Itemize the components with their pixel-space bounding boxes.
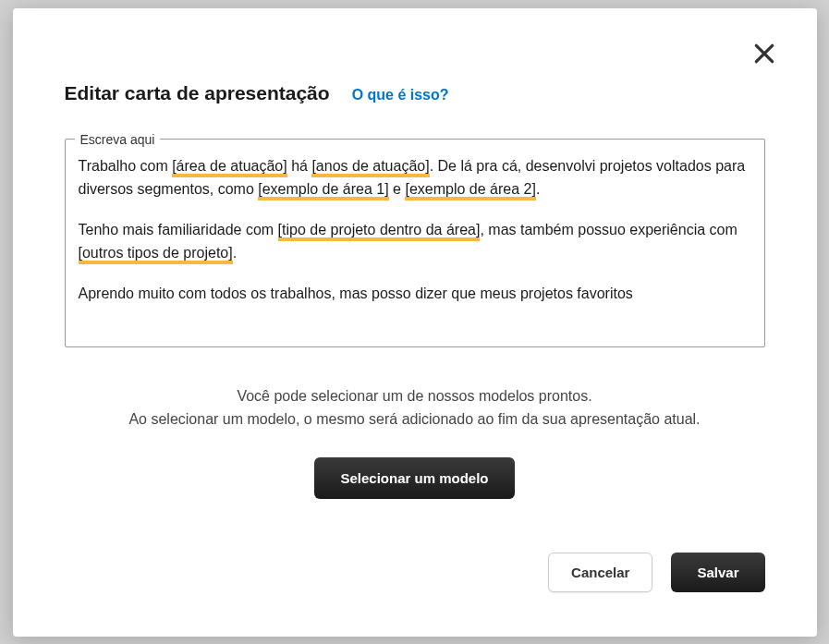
placeholder-highlight: [outros tipos de projeto] <box>79 245 233 264</box>
placeholder-highlight: [tipo de projeto dentro da área] <box>278 222 481 241</box>
text-span: e <box>389 181 406 197</box>
text-span: , mas também possuo experiência com <box>480 222 737 237</box>
help-link[interactable]: O que é isso? <box>352 87 449 103</box>
paragraph-2: Tenho mais familiaridade com [tipo de pr… <box>79 218 748 265</box>
save-button[interactable]: Salvar <box>671 553 764 592</box>
cancel-button[interactable]: Cancelar <box>548 553 652 592</box>
modal-footer: Cancelar Salvar <box>65 553 765 592</box>
paragraph-1: Trabalho com [área de atuação] há [anos … <box>79 154 748 201</box>
textarea-label: Escreva aqui <box>75 132 161 147</box>
text-span: Aprendo muito com todos os trabalhos, ma… <box>79 286 633 301</box>
hint-text: Você pode selecionar um de nossos modelo… <box>65 384 765 431</box>
placeholder-highlight: [exemplo de área 1] <box>258 181 388 200</box>
placeholder-highlight: [área de atuação] <box>172 158 287 177</box>
placeholder-highlight: [anos de atuação] <box>311 158 429 177</box>
modal-header: Editar carta de apresentação O que é iss… <box>65 82 765 104</box>
hint-line-2: Ao selecionar um modelo, o mesmo será ad… <box>65 407 765 431</box>
close-button[interactable] <box>749 38 780 72</box>
cover-letter-textarea[interactable]: Trabalho com [área de atuação] há [anos … <box>66 147 764 346</box>
close-icon <box>752 42 776 66</box>
text-span: . <box>233 245 237 261</box>
text-span: . <box>536 181 540 197</box>
text-span: Trabalho com <box>79 158 173 174</box>
hint-line-1: Você pode selecionar um de nossos modelo… <box>65 384 765 408</box>
textarea-content: Trabalho com [área de atuação] há [anos … <box>79 154 748 306</box>
edit-cover-letter-modal: Editar carta de apresentação O que é iss… <box>13 8 817 637</box>
select-model-button[interactable]: Selecionar um modelo <box>314 457 514 499</box>
text-span: Tenho mais familiaridade com <box>79 222 278 237</box>
placeholder-highlight: [exemplo de área 2] <box>405 181 535 200</box>
modal-title: Editar carta de apresentação <box>65 82 330 104</box>
text-span: há <box>287 158 312 174</box>
paragraph-3: Aprendo muito com todos os trabalhos, ma… <box>79 282 748 306</box>
textarea-fieldset: Escreva aqui Trabalho com [área de atuaç… <box>65 132 765 347</box>
